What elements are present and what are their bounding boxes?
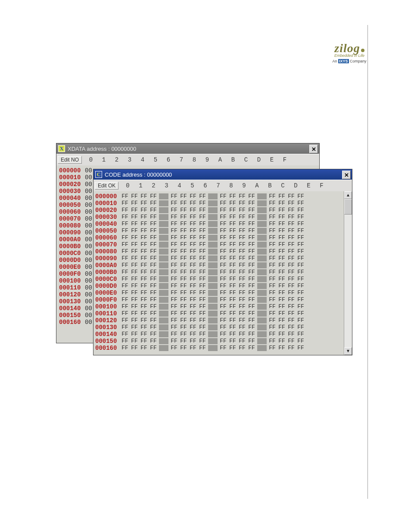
code-byte: FF xyxy=(188,331,198,337)
xdata-close-button[interactable]: ✕ xyxy=(309,145,318,153)
code-byte: FF xyxy=(188,228,198,234)
code-byte: FF xyxy=(188,207,198,213)
code-byte: FF xyxy=(268,304,277,310)
code-byte: FF xyxy=(228,255,237,261)
code-row[interactable]: 000110FFFFFFFFFFFFFFFFFFFFFFFFFFFFFFFF xyxy=(95,310,352,317)
code-byte: FF xyxy=(268,207,277,213)
code-row[interactable]: 000000FFFFFFFFFFFFFFFFFFFFFFFFFFFFFFFF xyxy=(95,193,352,200)
code-row[interactable]: 0000F0FFFFFFFFFFFFFFFFFFFFFFFFFFFFFFFF xyxy=(95,296,352,303)
code-byte: FF xyxy=(268,338,277,344)
code-col-3: 3 xyxy=(160,183,173,189)
code-byte: FF xyxy=(169,317,179,324)
code-byte: FF xyxy=(188,200,198,206)
code-byte: FF xyxy=(198,262,207,268)
code-row[interactable]: 000020FFFFFFFFFFFFFFFFFFFFFFFFFFFFFFFF xyxy=(95,207,352,214)
group-separator xyxy=(257,338,267,344)
code-row[interactable]: 000090FFFFFFFFFFFFFFFFFFFFFFFFFFFFFFFF xyxy=(95,255,352,262)
code-byte: FF xyxy=(268,311,277,317)
code-byte: FF xyxy=(120,235,130,241)
screenshot-figure: X XDATA address : 00000000 ✕ Edit NO 012… xyxy=(56,143,356,356)
code-byte: FF xyxy=(179,290,188,296)
code-icon-letter: C xyxy=(97,172,101,177)
code-byte: FF xyxy=(149,276,158,282)
xdata-col-0: 0 xyxy=(84,157,97,163)
group-separator xyxy=(159,262,168,268)
code-row[interactable]: 000080FFFFFFFFFFFFFFFFFFFFFFFFFFFFFFFF xyxy=(95,248,352,255)
code-row[interactable]: 000070FFFFFFFFFFFFFFFFFFFFFFFFFFFFFFFF xyxy=(95,241,352,248)
code-row[interactable]: 0000B0FFFFFFFFFFFFFFFFFFFFFFFFFFFFFFFF xyxy=(95,269,352,276)
brand-name: zilog xyxy=(330,42,369,54)
code-row[interactable]: 0000A0FFFFFFFFFFFFFFFFFFFFFFFFFFFFFFFF xyxy=(95,262,352,269)
code-row[interactable]: 000130FFFFFFFFFFFFFFFFFFFFFFFFFFFFFFFF xyxy=(95,324,352,331)
code-close-button[interactable]: ✕ xyxy=(342,171,351,179)
code-row[interactable]: 000160FFFFFFFFFFFFFFFFFFFFFFFFFFFFFFFF xyxy=(95,345,352,352)
code-byte: FF xyxy=(179,249,188,255)
code-row[interactable]: 000150FFFFFFFFFFFFFFFFFFFFFFFFFFFFFFFF xyxy=(95,338,352,345)
code-bytes: FFFFFFFFFFFFFFFFFFFFFFFFFFFFFFFF xyxy=(120,317,305,324)
code-byte: FF xyxy=(247,324,256,330)
code-byte: FF xyxy=(130,283,139,289)
scroll-thumb[interactable] xyxy=(344,199,352,215)
code-scrollbar[interactable]: ▲ ▼ xyxy=(344,191,352,355)
code-bytes: FFFFFFFFFFFFFFFFFFFFFFFFFFFFFFFF xyxy=(120,283,305,289)
code-byte: FF xyxy=(247,297,256,303)
code-byte: FF xyxy=(198,214,207,220)
code-byte: FF xyxy=(277,290,286,296)
xdata-col-9: 9 xyxy=(201,157,214,163)
code-row[interactable]: 000060FFFFFFFFFFFFFFFFFFFFFFFFFFFFFFFF xyxy=(95,234,352,241)
group-separator xyxy=(159,304,168,310)
group-separator xyxy=(257,276,267,282)
code-byte: FF xyxy=(247,345,256,351)
code-byte: FF xyxy=(228,324,237,330)
xdata-col-A: A xyxy=(214,157,227,163)
code-row[interactable]: 000140FFFFFFFFFFFFFFFFFFFFFFFFFFFFFFFF xyxy=(95,331,352,338)
code-byte: FF xyxy=(120,249,130,255)
group-separator xyxy=(208,324,218,330)
code-col-1: 1 xyxy=(134,183,147,189)
xdata-address: 000070 xyxy=(59,216,85,222)
code-byte: FF xyxy=(169,242,179,248)
code-row[interactable]: 000030FFFFFFFFFFFFFFFFFFFFFFFFFFFFFFFF xyxy=(95,214,352,221)
code-byte: FF xyxy=(198,242,207,248)
group-separator xyxy=(257,249,267,255)
code-row[interactable]: 000050FFFFFFFFFFFFFFFFFFFFFFFFFFFFFFFF xyxy=(95,227,352,234)
code-bytes: FFFFFFFFFFFFFFFFFFFFFFFFFFFFFFFF xyxy=(120,338,305,344)
code-row[interactable]: 000100FFFFFFFFFFFFFFFFFFFFFFFFFFFFFFFF xyxy=(95,303,352,310)
scroll-up-button[interactable]: ▲ xyxy=(344,191,352,199)
code-titlebar[interactable]: C CODE address : 00000000 ✕ xyxy=(93,169,352,180)
group-separator xyxy=(159,228,168,234)
xdata-titlebar[interactable]: X XDATA address : 00000000 ✕ xyxy=(56,143,319,154)
code-byte: FF xyxy=(169,214,179,220)
code-byte: FF xyxy=(228,262,237,268)
code-byte: FF xyxy=(188,345,198,351)
code-byte: FF xyxy=(218,283,228,289)
code-row[interactable]: 000120FFFFFFFFFFFFFFFFFFFFFFFFFFFFFFFF xyxy=(95,317,352,324)
xdata-edit-button[interactable]: Edit NO xyxy=(58,156,82,164)
code-row[interactable]: 000010FFFFFFFFFFFFFFFFFFFFFFFFFFFFFFFF xyxy=(95,200,352,207)
code-byte: FF xyxy=(218,214,228,220)
code-byte: FF xyxy=(218,297,228,303)
code-byte: FF xyxy=(188,269,198,275)
code-edit-button[interactable]: Edit OK xyxy=(95,182,118,190)
code-row[interactable]: 0000D0FFFFFFFFFFFFFFFFFFFFFFFFFFFFFFFF xyxy=(95,283,352,289)
code-byte: FF xyxy=(286,207,296,213)
code-row[interactable]: 000040FFFFFFFFFFFFFFFFFFFFFFFFFFFFFFFF xyxy=(95,221,352,227)
code-byte: FF xyxy=(228,235,237,241)
code-byte: FF xyxy=(149,338,158,344)
code-address: 000050 xyxy=(95,228,120,234)
xdata-address: 000040 xyxy=(59,195,85,201)
code-row[interactable]: 0000C0FFFFFFFFFFFFFFFFFFFFFFFFFFFFFFFF xyxy=(95,276,352,283)
code-byte: FF xyxy=(130,228,139,234)
scroll-down-button[interactable]: ▼ xyxy=(344,347,352,355)
code-row[interactable]: 0000E0FFFFFFFFFFFFFFFFFFFFFFFFFFFFFFFF xyxy=(95,289,352,296)
group-separator xyxy=(208,269,218,275)
code-bytes: FFFFFFFFFFFFFFFFFFFFFFFFFFFFFFFF xyxy=(120,311,305,317)
code-byte: FF xyxy=(228,331,237,337)
code-byte: FF xyxy=(296,276,305,282)
code-col-0: 0 xyxy=(121,183,134,189)
code-byte: FF xyxy=(139,311,149,317)
code-bytes: FFFFFFFFFFFFFFFFFFFFFFFFFFFFFFFF xyxy=(120,290,305,296)
code-byte: FF xyxy=(120,338,130,344)
code-byte: FF xyxy=(277,193,286,199)
code-byte: FF xyxy=(120,269,130,275)
